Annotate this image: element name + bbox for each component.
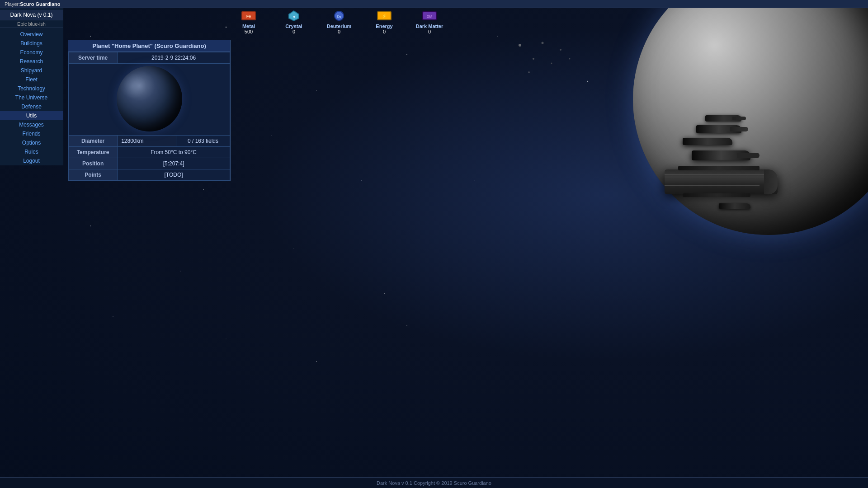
points-value: [TODO] [118, 169, 230, 181]
svg-point-14 [384, 293, 385, 294]
svg-point-17 [316, 361, 317, 362]
sidebar-item-economy[interactable]: Economy [0, 48, 63, 57]
svg-point-18 [406, 325, 407, 326]
sidebar-item-the-universe[interactable]: The Universe [0, 93, 63, 102]
temperature-label: Temperature [69, 147, 118, 158]
svg-point-24 [560, 49, 561, 51]
position-value: [5:207:4] [118, 158, 230, 169]
deuterium-value: 0 [338, 29, 340, 34]
energy-value: 0 [383, 29, 386, 34]
footer-text: Dark Nova v 0.1 Copyright © 2019 Scuro G… [377, 480, 491, 486]
sidebar-item-buildings[interactable]: Buildings [0, 39, 63, 48]
svg-point-25 [528, 71, 530, 73]
planet-image-cell [69, 64, 230, 136]
sidebar: Dark Nova (v 0.1) Epic blue-ish Overview… [0, 8, 63, 165]
crystal-value: 0 [292, 29, 295, 34]
svg-point-21 [533, 58, 534, 60]
svg-text:⚡: ⚡ [382, 13, 387, 19]
resource-energy: ⚡ Energy 0 [362, 7, 407, 36]
sidebar-item-utils[interactable]: Utils [0, 111, 63, 120]
deuterium-label: Deuterium [327, 23, 351, 29]
sidebar-items: OverviewBuildingsEconomyResearchShipyard… [0, 30, 63, 165]
position-label: Position [69, 158, 118, 169]
sidebar-title: Dark Nova (v 0.1) [0, 10, 63, 20]
metal-icon: Fe [240, 9, 258, 23]
svg-point-26 [569, 58, 571, 60]
sidebar-item-shipyard[interactable]: Shipyard [0, 66, 63, 75]
sidebar-item-options[interactable]: Options [0, 138, 63, 147]
svg-point-11 [90, 225, 91, 226]
sidebar-subtitle: Epic blue-ish [0, 20, 63, 28]
sidebar-item-friends[interactable]: Friends [0, 129, 63, 138]
darkmatter-value: 0 [428, 29, 431, 34]
resource-darkmatter: DM Dark Matter 0 [407, 7, 452, 36]
sidebar-item-defense[interactable]: Defense [0, 102, 63, 111]
svg-point-19 [474, 180, 475, 181]
crystal-icon: ◆ [285, 9, 303, 23]
deuterium-icon: D₂ [330, 9, 348, 23]
points-row: Points [TODO] [69, 169, 230, 181]
crystal-label: Crystal [285, 23, 302, 29]
sidebar-item-logout[interactable]: Logout [0, 156, 63, 165]
svg-point-15 [113, 316, 113, 317]
server-time-label: Server time [69, 52, 118, 64]
footer: Dark Nova v 0.1 Copyright © 2019 Scuro G… [0, 477, 868, 488]
planet-panel: Planet "Home Planet" (Scuro Guardiano) S… [68, 40, 231, 181]
sidebar-item-rules[interactable]: Rules [0, 147, 63, 156]
energy-icon: ⚡ [375, 9, 393, 23]
svg-point-23 [551, 63, 552, 64]
svg-point-3 [316, 90, 317, 91]
darkmatter-icon: DM [420, 9, 439, 23]
sidebar-item-overview[interactable]: Overview [0, 30, 63, 39]
resource-deuterium: D₂ Deuterium 0 [316, 7, 362, 36]
resource-crystal: ◆ Crystal 0 [271, 7, 316, 36]
svg-text:Fe: Fe [246, 14, 251, 19]
temperature-row: Temperature From 50°C to 90°C [69, 147, 230, 158]
svg-point-10 [361, 180, 362, 181]
sidebar-item-technology[interactable]: Technology [0, 84, 63, 93]
svg-point-16 [226, 338, 226, 339]
main-content: Planet "Home Planet" (Scuro Guardiano) S… [63, 35, 235, 186]
darkmatter-label: Dark Matter [416, 23, 443, 29]
energy-label: Energy [376, 23, 392, 29]
svg-point-5 [497, 36, 498, 37]
diameter-label: Diameter [69, 136, 118, 147]
svg-point-8 [203, 189, 204, 190]
player-label: Player: [5, 1, 20, 7]
metal-label: Metal [242, 23, 255, 29]
server-time-row: Server time 2019-2-9 22:24:06 [69, 52, 230, 64]
planet-image-row [69, 64, 230, 136]
planet-info-table: Server time 2019-2-9 22:24:06 Diameter 1… [68, 52, 230, 181]
diameter-value: 12800km [118, 136, 176, 147]
svg-point-22 [542, 42, 544, 44]
points-label: Points [69, 169, 118, 181]
resource-metal: Fe Metal 500 [226, 7, 271, 36]
svg-point-13 [293, 248, 294, 249]
diameter-fields: 0 / 163 fields [176, 136, 230, 147]
svg-point-6 [587, 81, 588, 82]
diameter-row: Diameter 12800km 0 / 163 fields [69, 136, 230, 147]
svg-point-4 [406, 54, 407, 55]
svg-point-9 [271, 135, 271, 136]
sidebar-item-messages[interactable]: Messages [0, 120, 63, 129]
svg-point-12 [180, 271, 181, 272]
position-row: Position [5:207:4] [69, 158, 230, 169]
temperature-value: From 50°C to 90°C [118, 147, 230, 158]
server-time-value: 2019-2-9 22:24:06 [118, 52, 230, 64]
svg-text:D₂: D₂ [337, 14, 341, 19]
metal-value: 500 [245, 29, 253, 34]
planet-image [117, 66, 182, 131]
sidebar-item-research[interactable]: Research [0, 57, 63, 66]
resources-bar: Fe Metal 500 ◆ Crystal 0 D₂ Deuterium 0 [63, 8, 868, 35]
player-name: Scuro Guardiano [20, 1, 60, 7]
sidebar-item-fleet[interactable]: Fleet [0, 75, 63, 84]
ships-fleet [683, 113, 778, 212]
svg-point-20 [519, 44, 521, 47]
svg-text:DM: DM [427, 14, 433, 19]
planet-panel-title: Planet "Home Planet" (Scuro Guardiano) [68, 40, 230, 52]
